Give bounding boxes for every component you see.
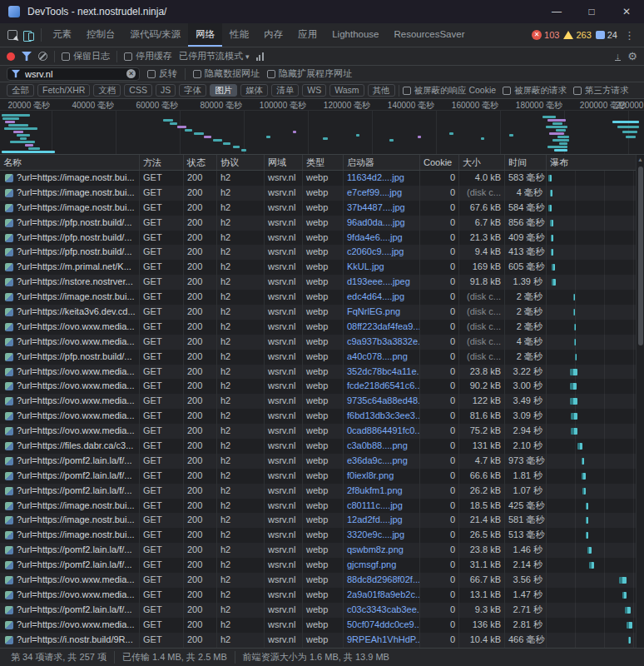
waterfall-cell[interactable]	[547, 513, 644, 528]
scrollbar-thumb[interactable]	[638, 166, 643, 345]
cell-initiator[interactable]: 2f8ukfm1.png	[344, 484, 420, 499]
request-name[interactable]: ?url=https://ovo.wxw.media...	[0, 365, 140, 380]
cell-initiator[interactable]: 11634d2....jpg	[344, 171, 420, 186]
request-name[interactable]: ?url=https://ovo.wxw.media...	[0, 394, 140, 409]
table-row[interactable]: ?url=https://ovo.wxw.media...GET200h2wsr…	[0, 365, 644, 380]
request-name[interactable]: ?url=https://image.nostr.bui...	[0, 513, 140, 528]
table-row[interactable]: ?url=https://pomf2.lain.la/f/...GET200h2…	[0, 484, 644, 499]
cell-initiator[interactable]: 9735c64a88ed48...	[344, 394, 420, 409]
hide-extension-urls-checkbox[interactable]: 隐藏扩展程序网址	[267, 67, 352, 80]
table-row[interactable]: ?url=https://m.primal.net/K...GET200h2ws…	[0, 260, 644, 275]
waterfall-cell[interactable]	[547, 365, 644, 380]
request-name[interactable]: ?url=https://ovo.wxw.media...	[0, 588, 140, 603]
request-name[interactable]: ?url=https://ovo.wxw.media...	[0, 573, 140, 588]
filter-chip-字体[interactable]: 字体	[179, 84, 206, 97]
cell-initiator[interactable]: c03c3343cab3ee...	[344, 603, 420, 618]
cell-initiator[interactable]: c3a0b88....png	[344, 439, 420, 454]
cell-initiator[interactable]: 08ff223daf4fea9...	[344, 320, 420, 335]
tab-内存[interactable]: 内存	[256, 23, 290, 47]
waterfall-cell[interactable]	[547, 201, 644, 216]
preserve-log-checkbox[interactable]: 保留日志	[62, 50, 110, 62]
waterfall-cell[interactable]	[547, 335, 644, 350]
request-name[interactable]: ?url=https://pomf2.lain.la/f/...	[0, 558, 140, 573]
request-name[interactable]: ?url=https://pomf2.lain.la/f/...	[0, 469, 140, 484]
waterfall-cell[interactable]	[547, 558, 644, 573]
waterfall-cell[interactable]	[547, 320, 644, 335]
filter-input[interactable]	[25, 69, 122, 79]
filter-chip-媒体[interactable]: 媒体	[240, 84, 268, 97]
request-name[interactable]: ?url=https://ovo.wxw.media...	[0, 320, 140, 335]
table-row[interactable]: ?url=https://pfp.nostr.build/...GET200h2…	[0, 231, 644, 246]
column-header-协议[interactable]: 协议	[217, 155, 265, 170]
table-row[interactable]: ?url=https://ovo.wxw.media...GET200h2wsr…	[0, 409, 644, 424]
filter-chip-文档[interactable]: 文档	[93, 84, 121, 97]
cell-initiator[interactable]: 9fda4e6....jpg	[344, 231, 420, 246]
table-row[interactable]: ?url=https://pomf2.lain.la/f/...GET200h2…	[0, 603, 644, 618]
maximize-button[interactable]: □	[574, 0, 609, 23]
request-name[interactable]: ?url=https://pfp.nostr.build/...	[0, 245, 140, 260]
filter-chip-Wasm[interactable]: Wasm	[329, 84, 364, 97]
network-settings-icon[interactable]: ⚙	[627, 50, 637, 62]
table-row[interactable]: ?url=https://image.nostr.bui...GET200h2w…	[0, 290, 644, 305]
tab-应用[interactable]: 应用	[290, 23, 324, 47]
table-row[interactable]: ?url=https://ovo.wxw.media...GET200h2wsr…	[0, 424, 644, 439]
waterfall-cell[interactable]	[547, 573, 644, 588]
waterfall-cell[interactable]	[547, 394, 644, 409]
vertical-scrollbar[interactable]: ▲	[636, 155, 644, 648]
waterfall-cell[interactable]	[547, 350, 644, 365]
cell-initiator[interactable]: 12ad2fd....jpg	[344, 513, 420, 528]
request-name[interactable]: ?url=https://files.dabr.ca/c3...	[0, 439, 140, 454]
filter-chip-CSS[interactable]: CSS	[124, 84, 152, 97]
request-name[interactable]: ?url=https://i.nostr.build/9R...	[0, 633, 140, 648]
filter-chip-全部[interactable]: 全部	[7, 84, 34, 97]
waterfall-cell[interactable]	[547, 469, 644, 484]
request-name[interactable]: ?url=https://keita3v6.dev.cd...	[0, 305, 140, 320]
column-header-类型[interactable]: 类型	[303, 155, 344, 170]
column-header-启动器[interactable]: 启动器	[344, 155, 420, 170]
minimize-button[interactable]: —	[539, 0, 574, 23]
waterfall-cell[interactable]	[547, 484, 644, 499]
cell-initiator[interactable]: qswbm8z.png	[344, 543, 420, 558]
throttling-dropdown[interactable]: 已停用节流模式 ▾	[179, 50, 250, 62]
cell-initiator[interactable]: e7cef99....jpg	[344, 186, 420, 201]
request-name[interactable]: ?url=https://image.nostr.bui...	[0, 201, 140, 216]
warning-badge[interactable]: 263	[563, 30, 591, 40]
request-name[interactable]: ?url=https://pomf2.lain.la/f/...	[0, 454, 140, 469]
issues-badge[interactable]: 24	[596, 30, 617, 40]
column-header-大小[interactable]: 大小	[459, 155, 505, 170]
inspect-element-icon[interactable]	[7, 30, 17, 40]
request-name[interactable]: ?url=https://ovo.wxw.media...	[0, 618, 140, 633]
waterfall-cell[interactable]	[547, 588, 644, 603]
request-name[interactable]: ?url=https://pfp.nostr.build/...	[0, 216, 140, 231]
waterfall-cell[interactable]	[547, 603, 644, 618]
cell-initiator[interactable]: 50cf074ddc0ce9...	[344, 618, 420, 633]
cell-initiator[interactable]: 96ad0da....jpg	[344, 216, 420, 231]
waterfall-cell[interactable]	[547, 186, 644, 201]
waterfall-cell[interactable]	[547, 260, 644, 275]
record-button[interactable]	[7, 52, 15, 61]
waterfall-cell[interactable]	[547, 275, 644, 290]
cell-initiator[interactable]: 88dc8d2968f02f...	[344, 573, 420, 588]
request-name[interactable]: ?url=https://image.nostr.bui...	[0, 528, 140, 543]
table-row[interactable]: ?url=https://pfp.nostr.build/...GET200h2…	[0, 245, 644, 260]
disable-cache-checkbox[interactable]: 停用缓存	[124, 50, 172, 62]
waterfall-cell[interactable]	[547, 543, 644, 558]
table-row[interactable]: ?url=https://image.nostr.bui...GET200h2w…	[0, 499, 644, 514]
request-name[interactable]: ?url=https://nstore.nostrver...	[0, 275, 140, 290]
column-header-时间[interactable]: 时间	[505, 155, 547, 170]
filter-chip-Fetch/XHR[interactable]: Fetch/XHR	[37, 84, 90, 97]
table-row[interactable]: ?url=https://pfp.nostr.build/...GET200h2…	[0, 216, 644, 231]
request-name[interactable]: ?url=https://pomf2.lain.la/f/...	[0, 603, 140, 618]
cell-initiator[interactable]: a40c078....png	[344, 350, 420, 365]
cell-initiator[interactable]: c9a937b3a3832e...	[344, 335, 420, 350]
column-header-名称[interactable]: 名称	[0, 155, 140, 170]
waterfall-cell[interactable]	[547, 171, 644, 186]
network-overview[interactable]: 20000 毫秒40000 毫秒60000 毫秒80000 毫秒100000 毫…	[0, 99, 644, 155]
filter-input-box[interactable]: ✕	[7, 67, 140, 81]
request-name[interactable]: ?url=https://m.primal.net/K...	[0, 260, 140, 275]
request-name[interactable]: ?url=https://ovo.wxw.media...	[0, 335, 140, 350]
column-header-瀑布[interactable]: 瀑布	[547, 155, 644, 170]
tab-Lighthouse[interactable]: Lighthouse	[324, 23, 386, 47]
table-row[interactable]: ?url=https://pomf2.lain.la/f/...GET200h2…	[0, 543, 644, 558]
cell-initiator[interactable]: c2060c9....jpg	[344, 245, 420, 260]
